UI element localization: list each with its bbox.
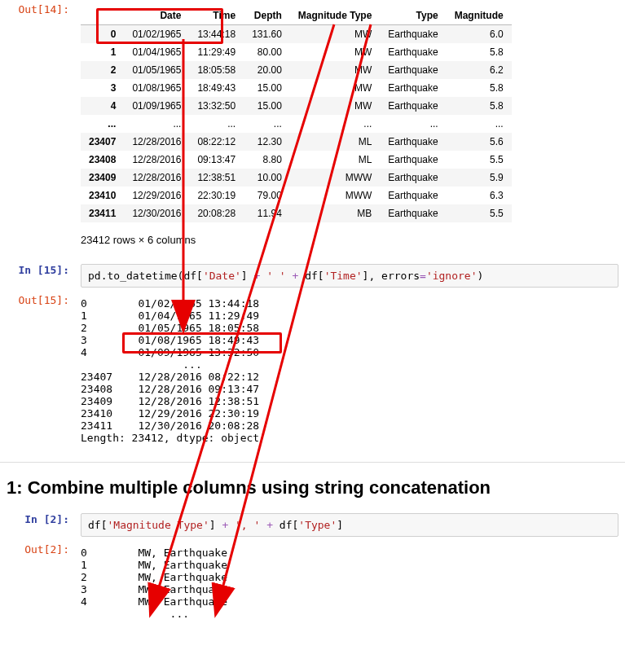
table-row: ..................... — [81, 115, 512, 133]
in2-code[interactable]: df['Magnitude Type'] + ', ' + df['Type'] — [81, 513, 618, 537]
cell: 80.00 — [244, 43, 290, 61]
row-index: 4 — [81, 97, 124, 115]
cell-out2: Out[2]: 0 MW, Earthquake 1 MW, Earthquak… — [0, 540, 625, 626]
cell: ML — [290, 133, 380, 151]
cell-in2: In [2]: df['Magnitude Type'] + ', ' + df… — [0, 510, 625, 540]
cell: ... — [124, 115, 189, 133]
cell: 5.6 — [447, 133, 512, 151]
col-type: Type — [380, 7, 446, 25]
cell: 6.0 — [447, 25, 512, 44]
cell: ML — [290, 151, 380, 169]
out2-text: 0 MW, Earthquake 1 MW, Earthquake 2 MW, … — [81, 543, 618, 623]
cell: 12.30 — [244, 133, 290, 151]
table-row: 401/09/196513:32:5015.00MWEarthquake5.8 — [81, 97, 512, 115]
row-index: ... — [81, 115, 124, 133]
cell: 5.5 — [447, 204, 512, 222]
table-row: 2341012/29/201622:30:1979.00MWWEarthquak… — [81, 187, 512, 204]
cell: 5.8 — [447, 79, 512, 97]
out2-prompt: Out[2]: — [0, 540, 74, 556]
cell: MB — [290, 204, 380, 222]
cell: 01/05/1965 — [124, 61, 189, 79]
divider-1 — [0, 462, 625, 463]
cell: MW — [290, 97, 380, 115]
in2-prompt: In [2]: — [0, 510, 74, 525]
cell: 09:13:47 — [189, 151, 244, 169]
cell: 12:38:51 — [189, 169, 244, 187]
out15-content: 0 01/02/1965 13:44:18 1 01/04/1965 11:29… — [74, 291, 625, 450]
annotation-rect-top — [96, 8, 223, 44]
cell: 79.00 — [244, 187, 290, 204]
section-heading: 1: Combine multiple columns using string… — [7, 477, 625, 499]
cell: 08:22:12 — [189, 133, 244, 151]
cell: MW — [290, 61, 380, 79]
cell: MW — [290, 25, 380, 44]
in2-content[interactable]: df['Magnitude Type'] + ', ' + df['Type'] — [74, 510, 625, 540]
cell: Earthquake — [380, 79, 446, 97]
table-row: 2340712/28/201608:22:1212.30MLEarthquake… — [81, 133, 512, 151]
cell: 12/28/2016 — [124, 133, 189, 151]
cell: MWW — [290, 169, 380, 187]
cell: 6.3 — [447, 187, 512, 204]
cell: 11.94 — [244, 204, 290, 222]
cell: Earthquake — [380, 204, 446, 222]
cell: 20.00 — [244, 61, 290, 79]
cell-in15: In [15]: pd.to_datetime(df['Date'] + ' '… — [0, 261, 625, 291]
cell: 6.2 — [447, 61, 512, 79]
row-index: 23407 — [81, 133, 124, 151]
cell: Earthquake — [380, 43, 446, 61]
cell: 15.00 — [244, 79, 290, 97]
cell: 18:05:58 — [189, 61, 244, 79]
cell: 5.8 — [447, 97, 512, 115]
cell-out15: Out[15]: 0 01/02/1965 13:44:18 1 01/04/1… — [0, 291, 625, 450]
cell: 20:08:28 — [189, 204, 244, 222]
col-mag: Magnitude — [447, 7, 512, 25]
cell: Earthquake — [380, 25, 446, 44]
cell: 11:29:49 — [189, 43, 244, 61]
df14-footer: 23412 rows × 6 columns — [81, 226, 618, 257]
out15-prompt: Out[15]: — [0, 291, 74, 306]
cell: 10.00 — [244, 169, 290, 187]
cell: ... — [244, 115, 290, 133]
cell: ... — [290, 115, 380, 133]
table-row: 2340812/28/201609:13:478.80MLEarthquake5… — [81, 151, 512, 169]
cell: Earthquake — [380, 169, 446, 187]
cell: 15.00 — [244, 97, 290, 115]
row-index: 1 — [81, 43, 124, 61]
cell: 12/30/2016 — [124, 204, 189, 222]
cell: 18:49:43 — [189, 79, 244, 97]
notebook-viewport: Out[14]: Date Time Depth Magnitude Type … — [0, 0, 625, 626]
table-row: 201/05/196518:05:5820.00MWEarthquake6.2 — [81, 61, 512, 79]
cell: Earthquake — [380, 61, 446, 79]
row-index: 2 — [81, 61, 124, 79]
cell: 5.5 — [447, 151, 512, 169]
cell: Earthquake — [380, 97, 446, 115]
cell: 8.80 — [244, 151, 290, 169]
annotation-rect-bottom — [122, 332, 282, 354]
table-row: 2340912/28/201612:38:5110.00MWWEarthquak… — [81, 169, 512, 187]
cell: 12/28/2016 — [124, 151, 189, 169]
row-index: 3 — [81, 79, 124, 97]
cell: Earthquake — [380, 133, 446, 151]
row-index: 23408 — [81, 151, 124, 169]
cell: 12/28/2016 — [124, 169, 189, 187]
table-row: 2341112/30/201620:08:2811.94MBEarthquake… — [81, 204, 512, 222]
cell: ... — [189, 115, 244, 133]
cell: 22:30:19 — [189, 187, 244, 204]
cell: ... — [380, 115, 446, 133]
in15-code[interactable]: pd.to_datetime(df['Date'] + ' ' + df['Ti… — [81, 264, 618, 288]
cell: 01/08/1965 — [124, 79, 189, 97]
cell: 01/04/1965 — [124, 43, 189, 61]
out2-content: 0 MW, Earthquake 1 MW, Earthquake 2 MW, … — [74, 540, 625, 626]
col-depth: Depth — [244, 7, 290, 25]
cell: Earthquake — [380, 187, 446, 204]
in15-content[interactable]: pd.to_datetime(df['Date'] + ' ' + df['Ti… — [74, 261, 625, 291]
cell: ... — [447, 115, 512, 133]
cell: MW — [290, 79, 380, 97]
in15-prompt: In [15]: — [0, 261, 74, 276]
cell: 01/09/1965 — [124, 97, 189, 115]
out15-text: 0 01/02/1965 13:44:18 1 01/04/1965 11:29… — [81, 294, 618, 447]
cell: 13:32:50 — [189, 97, 244, 115]
cell-out14: Out[14]: Date Time Depth Magnitude Type … — [0, 0, 625, 261]
cell: 131.60 — [244, 25, 290, 44]
out14-prompt: Out[14]: — [0, 0, 74, 15]
